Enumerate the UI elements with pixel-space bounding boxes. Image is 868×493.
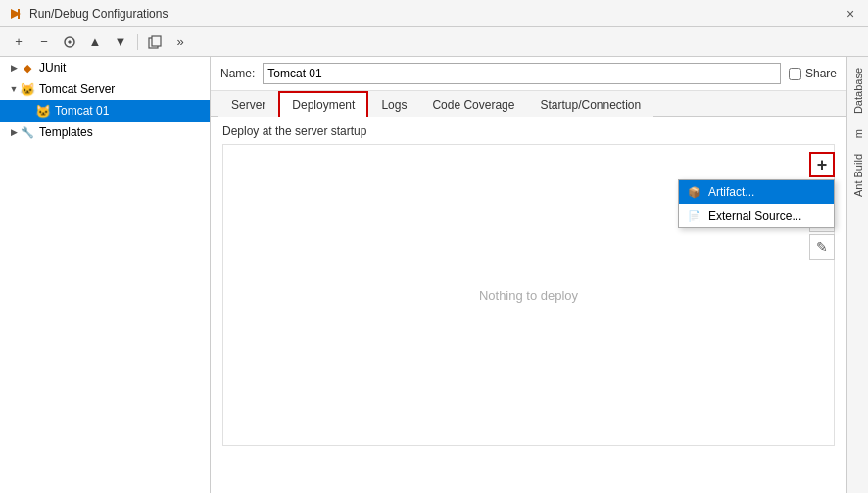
more-button[interactable]: » [169, 31, 191, 53]
edit-defaults-button[interactable] [59, 31, 80, 53]
config-tree: ▶ ◆ JUnit ▼ 🐱 Tomcat Server 🐱 Tomcat 01 … [0, 57, 211, 493]
templates-label: Templates [39, 125, 93, 139]
tomcat-01-label: Tomcat 01 [55, 104, 109, 118]
tomcat-server-arrow: ▼ [8, 84, 20, 94]
run-debug-icon [8, 6, 24, 22]
artifact-icon: 📦 [687, 184, 702, 200]
tomcat-server-label: Tomcat Server [39, 82, 115, 96]
tab-logs[interactable]: Logs [368, 92, 419, 117]
right-panel: Name: Share Server Deployment Logs Code … [211, 57, 846, 493]
main-layout: ▶ ◆ JUnit ▼ 🐱 Tomcat Server 🐱 Tomcat 01 … [0, 57, 868, 493]
junit-icon: ◆ [20, 60, 35, 75]
toolbar: + − ▲ ▼ » [0, 27, 868, 57]
edit-artifact-button[interactable]: ✎ [809, 234, 835, 260]
name-label: Name: [220, 67, 255, 80]
tree-item-tomcat-01[interactable]: 🐱 Tomcat 01 [0, 100, 210, 122]
external-source-icon: 📄 [687, 208, 702, 223]
tab-server[interactable]: Server [218, 92, 278, 117]
tree-item-templates[interactable]: ▶ 🔧 Templates [0, 122, 210, 143]
sidebar-tab-ant-build[interactable]: Ant Build [848, 147, 868, 204]
tabs-row: Server Deployment Logs Code Coverage Sta… [211, 91, 846, 117]
remove-config-button[interactable]: − [33, 31, 55, 53]
external-source-label: External Source... [708, 209, 801, 222]
tree-item-tomcat-server[interactable]: ▼ 🐱 Tomcat Server [0, 78, 210, 100]
svg-rect-1 [18, 9, 20, 19]
add-artifact-button[interactable]: + [809, 152, 835, 177]
add-config-button[interactable]: + [8, 31, 29, 53]
tab-code-coverage[interactable]: Code Coverage [419, 92, 527, 117]
junit-label: JUnit [39, 61, 66, 74]
share-label: Share [805, 67, 837, 80]
move-down-button[interactable]: ▼ [110, 31, 131, 53]
tab-startup-connection[interactable]: Startup/Connection [527, 92, 653, 117]
dropdown-item-external-source[interactable]: 📄 External Source... [679, 204, 834, 227]
share-checkbox-group: Share [789, 67, 837, 80]
copy-config-button[interactable] [144, 31, 166, 53]
title-bar: Run/Debug Configurations × [0, 0, 868, 27]
add-dropdown-menu: 📦 Artifact... 📄 External Source... [678, 179, 835, 228]
close-button[interactable]: × [841, 4, 860, 24]
right-sidebar: Database m Ant Build [846, 57, 868, 493]
empty-message: Nothing to deploy [479, 288, 578, 303]
tomcat-01-icon: 🐱 [35, 103, 51, 119]
tab-deployment[interactable]: Deployment [278, 91, 368, 117]
dropdown-item-artifact[interactable]: 📦 Artifact... [679, 180, 834, 204]
sidebar-tab-database[interactable]: Database [848, 61, 868, 121]
content-area: Deploy at the server startup Nothing to … [211, 117, 846, 493]
sidebar-tab-m[interactable]: m [848, 123, 868, 145]
templates-arrow: ▶ [8, 127, 20, 137]
junit-arrow: ▶ [8, 63, 20, 73]
name-row: Name: Share [211, 57, 846, 91]
move-up-button[interactable]: ▲ [84, 31, 106, 53]
separator-1 [137, 34, 138, 50]
dialog-title: Run/Debug Configurations [29, 7, 860, 21]
tomcat-server-icon: 🐱 [20, 81, 35, 97]
templates-icon: 🔧 [20, 124, 35, 140]
deploy-label: Deploy at the server startup [222, 124, 835, 138]
svg-rect-4 [152, 36, 161, 46]
tree-item-junit[interactable]: ▶ ◆ JUnit [0, 57, 210, 78]
share-checkbox[interactable] [789, 68, 801, 80]
name-input[interactable] [263, 63, 781, 84]
artifact-label: Artifact... [708, 185, 754, 199]
